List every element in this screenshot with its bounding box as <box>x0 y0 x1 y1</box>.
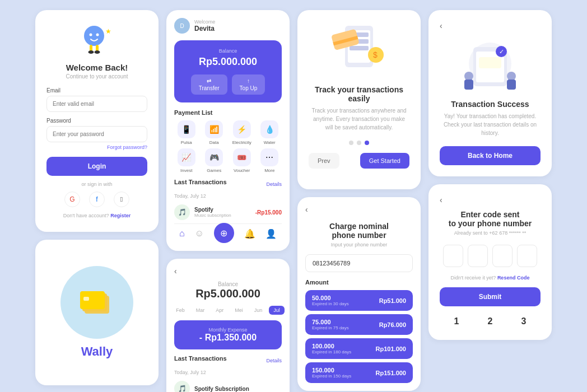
email-field[interactable] <box>46 96 147 112</box>
code-box-3[interactable] <box>492 245 513 267</box>
amount-option-100[interactable]: 100.000 Expired in 180 days Rp101.000 <box>305 338 413 359</box>
success-illustration: ✓ <box>456 36 524 92</box>
transfer-icon: ⇄ <box>207 78 211 84</box>
email-label: Email <box>46 87 147 94</box>
month-tab-feb[interactable]: Feb <box>171 306 189 315</box>
water-icon: 💧 <box>260 120 278 138</box>
code-box-2[interactable] <box>468 245 488 267</box>
track-desc: Track your transactions anywhere and any… <box>309 106 409 132</box>
month-tab-apr[interactable]: Apr <box>211 306 228 315</box>
pulsa-label: Pulsa <box>181 140 192 145</box>
nav-settings[interactable]: 👤 <box>265 228 277 243</box>
google-icon[interactable]: G <box>64 192 80 207</box>
details-link[interactable]: Details <box>266 181 282 187</box>
phone-input[interactable] <box>305 254 413 272</box>
numpad-2[interactable]: 2 <box>482 314 499 329</box>
payment-grid: 📱 Pulsa 📶 Data ⚡ Electricity 💧 Water 📈 I… <box>174 120 282 173</box>
pay-water[interactable]: 💧 Water <box>258 120 282 145</box>
transactions-header: Last Transactions Details <box>174 179 282 190</box>
apple-icon[interactable]:  <box>114 192 129 207</box>
amount-option-50[interactable]: 50.000 Expired in 30 days Rp51.000 <box>305 290 413 311</box>
amount-option-150[interactable]: 150.000 Expired in 150 days Rp151.000 <box>305 362 413 383</box>
pay-games[interactable]: 🎮 Games <box>202 148 227 173</box>
welcome-text: Welcome <box>194 19 215 25</box>
success-card: ‹ ✓ Transaction Success <box>428 10 552 176</box>
success-back-button[interactable]: ‹ <box>440 21 541 30</box>
electricity-label: Electricity <box>232 140 251 145</box>
login-card: ★ Welcome Back! Continue to your account… <box>35 10 159 232</box>
success-desc: Yay! Your transaction has completed. Che… <box>440 112 541 137</box>
svg-point-27 <box>464 72 473 81</box>
numpad-1[interactable]: 1 <box>449 314 465 329</box>
dot-3 <box>365 141 369 145</box>
avatar: D <box>174 18 190 34</box>
expense-amount: - Rp1.350.000 <box>181 333 275 343</box>
nav-profile[interactable]: ☺ <box>195 228 204 243</box>
code-box-4[interactable] <box>517 245 537 267</box>
back-button[interactable]: ‹ <box>174 267 282 276</box>
svg-point-2 <box>96 34 99 36</box>
prev-button[interactable]: Prev <box>309 153 339 169</box>
bd-tx-icon: 🎵 <box>174 381 190 392</box>
forgot-password-link[interactable]: Forgot password? <box>46 144 147 150</box>
numpad-3[interactable]: 3 <box>516 314 532 329</box>
games-icon: 🎮 <box>205 148 223 166</box>
nav-fab[interactable]: ⊕ <box>214 223 234 243</box>
submit-button[interactable]: Submit <box>440 287 541 306</box>
dashboard-header: D Welcome Devita <box>174 18 282 34</box>
dot-1 <box>349 141 353 145</box>
track-navigation: Prev Get Started <box>309 153 409 169</box>
pay-invest[interactable]: 📈 Invest <box>174 148 199 173</box>
charge-back-button[interactable]: ‹ <box>305 205 308 214</box>
facebook-icon[interactable]: f <box>89 192 105 207</box>
get-started-button[interactable]: Get Started <box>360 153 409 169</box>
svg-point-7 <box>95 50 100 54</box>
register-link[interactable]: Register <box>110 213 131 218</box>
code-back-button[interactable]: ‹ <box>440 195 541 204</box>
success-title: Transaction Success <box>440 100 541 109</box>
svg-rect-24 <box>479 57 501 68</box>
pay-data[interactable]: 📶 Data <box>202 120 227 145</box>
resend-link[interactable]: Resend Code <box>497 275 530 281</box>
amount-option-75[interactable]: 75.000 Expired in 75 days Rp76.000 <box>305 314 413 335</box>
code-box-1[interactable] <box>443 245 463 267</box>
svg-point-0 <box>84 26 104 46</box>
bd-tx-name: Spotify Subscription <box>194 386 282 392</box>
pay-electricity[interactable]: ⚡ Electricity <box>230 120 254 145</box>
month-tab-mei[interactable]: Mei <box>230 306 248 315</box>
tx-sub: Music subscription <box>194 213 251 218</box>
nav-history[interactable]: 🔔 <box>244 228 255 243</box>
social-icons: G f  <box>46 192 147 207</box>
pay-more[interactable]: ⋯ More <box>258 148 282 173</box>
transaction-row: 🎵 Spotify Music subscription -Rp15.000 <box>174 201 282 223</box>
bd-details-link[interactable]: Details <box>266 358 282 363</box>
charge-header: ‹ <box>305 205 413 214</box>
amount-option-left-100: 100.000 Expired in 180 days <box>312 343 351 354</box>
pay-voucher[interactable]: 🎟️ Voucher <box>230 148 254 173</box>
svg-text:$: $ <box>373 50 378 59</box>
month-tab-jul[interactable]: Jul <box>269 306 285 315</box>
wally-circle <box>60 266 133 339</box>
charge-card: ‹ Charge nominalphone number Input your … <box>297 197 421 391</box>
balance-amount: Rp5.000.000 <box>182 56 274 68</box>
month-tab-jun[interactable]: Jun <box>250 306 267 315</box>
expense-box: Monthly Expense - Rp1.350.000 <box>174 320 282 349</box>
amount-label: Amount <box>305 279 413 286</box>
topup-icon: ↑ <box>247 78 250 84</box>
numpad: 1 2 3 <box>440 314 541 329</box>
pay-pulsa[interactable]: 📱 Pulsa <box>174 120 199 145</box>
topup-button[interactable]: ↑ Top Up <box>232 74 265 95</box>
tx-name: Spotify <box>194 207 251 213</box>
month-tabs: Feb Mar Apr Mei Jun Jul <box>174 306 282 315</box>
charge-title: Charge nominalphone number <box>305 222 413 240</box>
home-button[interactable]: Back to Home <box>440 146 541 165</box>
transfer-button[interactable]: ⇄ Transfer <box>191 74 227 95</box>
tx-date: Today, July 12 <box>174 193 282 199</box>
nav-home[interactable]: ⌂ <box>179 228 185 243</box>
password-field[interactable] <box>46 126 147 142</box>
month-tab-mar[interactable]: Mar <box>192 306 209 315</box>
login-button[interactable]: Login <box>46 157 147 176</box>
wally-card: Wally <box>35 240 159 385</box>
svg-rect-28 <box>464 80 473 90</box>
charge-subtitle: Input your phone number <box>305 242 413 248</box>
